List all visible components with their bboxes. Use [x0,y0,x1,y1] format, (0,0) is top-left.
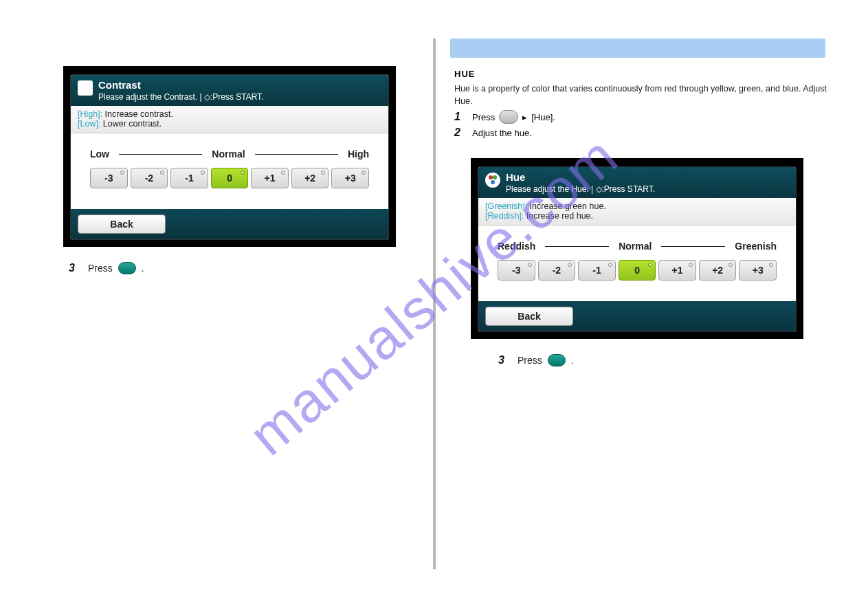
dot-icon [528,263,532,267]
dot-icon [201,171,205,175]
scale-label-greenish: Greenish [735,241,777,252]
dot-icon [568,263,572,267]
hint-green-val: Increase green hue. [527,201,606,211]
hue-scale: Reddish Normal Greenish -3 -2 -1 0 +1 +2… [478,226,796,301]
val: -2 [145,173,153,184]
left-step3-prefix: Press [88,263,113,274]
scale-dash-left [119,154,202,155]
dot-icon [361,171,366,175]
scale-label-normal: Normal [619,241,652,252]
hint-green-key: [Greenish]: [485,201,527,211]
hue-panel: Hue Please adjust the Hue. | ◇:Press STA… [478,166,797,332]
contrast-btn-m2[interactable]: -2 [131,168,168,188]
hue-screenshot: Hue Please adjust the Hue. | ◇:Press STA… [471,158,803,339]
hue-step2: 2 Adjust the hue. [454,127,835,139]
right-column: HUE Hue is a property of color that vari… [450,39,835,366]
scale-dash-right [661,246,725,247]
contrast-title: Contrast [98,79,263,91]
contrast-icon [78,80,93,96]
left-step3-num: 3 [69,262,78,274]
hue-btn-m2[interactable]: -2 [538,260,576,281]
contrast-btn-p3[interactable]: +3 [331,168,369,188]
hue-btn-0[interactable]: 0 [619,260,656,281]
scale-label-low: Low [90,149,109,160]
val: -1 [185,173,193,184]
dot-icon [160,171,164,175]
contrast-panel: Contrast Please adjust the Contrast. | ◇… [70,74,389,240]
scale-dash-right [255,154,338,155]
hue-hints: [Greenish]: Increase green hue. [Reddish… [478,198,796,226]
right-step3-suffix: . [571,355,574,366]
hint-red-key: [Reddish]: [485,211,524,221]
val: +3 [345,173,356,184]
hint-high-val: Increase contrast. [102,109,173,119]
contrast-scale: Low Normal High -3 -2 -1 0 +1 +2 +3 [71,133,388,209]
val: +3 [753,265,764,276]
scale-label-mid: Normal [212,149,245,160]
hue-step1-item: [Hue]. [531,112,555,122]
dot-icon [648,263,652,267]
hue-step1-num: 1 [454,111,464,123]
hue-footer: Back [478,301,796,331]
val: +2 [304,173,315,184]
val: -3 [512,265,520,276]
hue-step2-num: 2 [454,127,464,139]
val: -1 [592,265,601,276]
hue-icon [485,173,500,188]
hue-scale-row: -3 -2 -1 0 +1 +2 +3 [498,260,777,281]
contrast-btn-p2[interactable]: +2 [291,168,329,188]
hue-heading: HUE [454,69,835,79]
right-step3-prefix: Press [518,355,542,366]
hue-back-button[interactable]: Back [485,307,573,326]
dot-icon [769,263,773,267]
left-step3: 3 Press . [69,262,412,274]
contrast-btn-p1[interactable]: +1 [251,168,289,188]
hue-btn-p1[interactable]: +1 [658,260,696,281]
contrast-btn-m1[interactable]: -1 [170,168,208,188]
hue-btn-m3[interactable]: -3 [498,260,535,281]
dot-icon [281,171,285,175]
hue-btn-p2[interactable]: +2 [699,260,737,281]
val: 0 [227,173,232,184]
contrast-footer: Back [71,209,388,239]
hue-desc: Hue is a property of color that varies c… [454,83,831,107]
dot-icon [608,263,612,267]
hue-step2-text: Adjust the hue. [472,128,532,138]
val: +1 [672,265,683,276]
left-step3-suffix: . [142,263,144,274]
contrast-btn-m3[interactable]: -3 [90,168,128,188]
scale-label-high: High [348,149,369,160]
hint-red-val: Increase red hue. [524,211,593,221]
hue-btn-m1[interactable]: -1 [578,260,616,281]
val: -2 [553,265,561,276]
start-pill-icon [118,262,136,274]
right-step3: 3 Press . [498,354,835,366]
val: 0 [634,265,640,276]
contrast-scale-row: -3 -2 -1 0 +1 +2 +3 [90,168,369,188]
select-pill-icon [499,110,518,124]
section-banner [450,39,825,58]
arrow-icon: ▸ [522,112,527,122]
val: +1 [265,173,276,184]
contrast-btn-0[interactable]: 0 [211,168,249,188]
start-pill-icon [548,354,566,366]
scale-dash-left [545,246,609,247]
hint-high-key: [High]: [78,109,102,119]
contrast-panel-header: Contrast Please adjust the Contrast. | ◇… [71,75,388,106]
dot-icon [728,263,733,267]
hue-step1-press: Press [472,112,495,122]
contrast-hints: [High]: Increase contrast. [Low]: Lower … [71,106,388,133]
dot-icon [120,171,124,175]
hint-low-key: [Low]: [78,119,100,129]
hue-panel-header: Hue Please adjust the Hue. | ◇:Press STA… [478,167,796,198]
hue-title: Hue [506,171,655,183]
hue-subtitle: Please adjust the Hue. | ◇:Press START. [506,184,655,194]
scale-label-reddish: Reddish [498,241,535,252]
val: -3 [104,173,113,184]
hint-low-val: Lower contrast. [100,119,162,129]
dot-icon [241,171,245,175]
right-step3-num: 3 [498,354,508,366]
dot-icon [689,263,693,267]
hue-btn-p3[interactable]: +3 [739,260,777,281]
contrast-back-button[interactable]: Back [78,215,166,234]
